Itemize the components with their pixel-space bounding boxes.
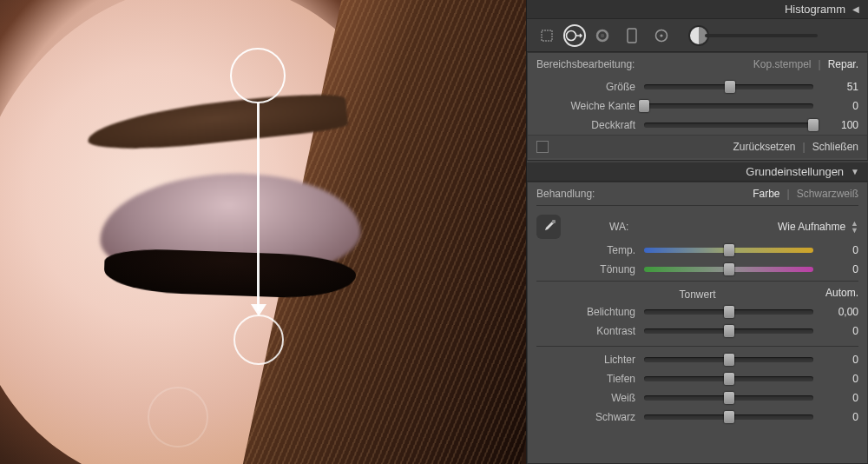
- radial-filter-tool[interactable]: [648, 23, 674, 49]
- auto-tone-button[interactable]: Autom.: [825, 287, 858, 299]
- whites-label: Weiß: [528, 392, 637, 404]
- graduated-filter-tool[interactable]: [619, 23, 645, 49]
- temp-slider[interactable]: [644, 248, 813, 253]
- wb-dropdown[interactable]: Wie Aufnahme ▲▼: [778, 220, 858, 234]
- svg-point-1: [567, 30, 576, 40]
- opacity-value[interactable]: 100: [820, 119, 858, 131]
- size-label: Größe: [528, 81, 637, 93]
- contrast-thumb[interactable]: [724, 325, 734, 337]
- red-eye-tool[interactable]: [589, 23, 615, 49]
- mode-clone-tab[interactable]: Kop.stempel: [753, 58, 812, 70]
- heal-source-circle[interactable]: [230, 48, 286, 103]
- spot-panel-actions: Zurücksetzen | Schließen: [528, 135, 867, 158]
- tint-label: Tönung: [528, 263, 637, 275]
- size-slider[interactable]: [644, 84, 813, 89]
- collapse-down-icon: ▼: [851, 167, 859, 176]
- tint-slider-row: Tönung 0: [528, 260, 867, 279]
- opacity-slider[interactable]: [644, 123, 813, 128]
- spot-panel-toggle[interactable]: [536, 141, 549, 153]
- contrast-label: Kontrast: [528, 325, 637, 337]
- exposure-thumb[interactable]: [724, 306, 734, 318]
- wb-dropdown-value: Wie Aufnahme: [778, 221, 845, 233]
- treatment-color-tab[interactable]: Farbe: [753, 188, 779, 200]
- mode-heal-tab[interactable]: Repar.: [828, 58, 858, 70]
- crop-tool[interactable]: [534, 23, 560, 49]
- whites-thumb[interactable]: [724, 392, 734, 404]
- blacks-slider[interactable]: [644, 414, 813, 420]
- highlights-thumb[interactable]: [724, 354, 734, 366]
- histogram-label: Histogramm: [785, 3, 845, 16]
- contrast-slider-row: Kontrast 0: [528, 321, 867, 341]
- size-thumb[interactable]: [725, 81, 735, 93]
- opacity-label: Deckkraft: [528, 119, 637, 131]
- feather-label: Weiche Kante: [528, 100, 637, 112]
- exposure-knob-track: [705, 34, 818, 37]
- blacks-thumb[interactable]: [724, 411, 734, 423]
- blacks-value[interactable]: 0: [820, 411, 858, 423]
- highlights-slider[interactable]: [644, 357, 813, 362]
- updown-icon: ▲▼: [851, 220, 858, 234]
- highlights-label: Lichter: [528, 354, 637, 366]
- exposure-quick-slider[interactable]: [690, 27, 818, 44]
- blacks-slider-row: Schwarz 0: [528, 408, 867, 427]
- blacks-label: Schwarz: [528, 411, 637, 423]
- contrast-slider[interactable]: [644, 328, 813, 334]
- mode-separator: |: [819, 58, 821, 70]
- shadows-thumb[interactable]: [724, 373, 734, 385]
- heal-target-circle[interactable]: [233, 315, 284, 365]
- temp-slider-row: Temp. 0: [528, 241, 867, 260]
- highlights-slider-row: Lichter 0: [528, 350, 867, 369]
- image-canvas[interactable]: [0, 0, 526, 464]
- basic-panel-title: Grundeinstellungen: [746, 165, 844, 178]
- exposure-value[interactable]: 0,00: [820, 306, 858, 318]
- feather-slider[interactable]: [644, 103, 813, 109]
- divider: [536, 346, 858, 347]
- wb-eyedropper-button[interactable]: [536, 215, 561, 239]
- shadows-value[interactable]: 0: [820, 373, 858, 385]
- basic-panel-header[interactable]: Grundeinstellungen ▼: [527, 162, 868, 182]
- develop-sidebar: Histogramm ◀ Bereichsbearbeitung: Kop.st…: [526, 0, 868, 464]
- treatment-bw-tab[interactable]: Schwarzweiß: [797, 188, 858, 200]
- shadows-slider-row: Tiefen 0: [528, 369, 867, 388]
- whites-slider[interactable]: [644, 395, 813, 401]
- feather-thumb[interactable]: [639, 100, 649, 112]
- basic-panel: Behandlung: Farbe | Schwarzweiß WA: Wie …: [527, 182, 868, 464]
- whites-slider-row: Weiß 0: [528, 388, 867, 408]
- svg-rect-7: [552, 220, 556, 223]
- feather-value[interactable]: 0: [820, 100, 858, 112]
- spot-panel-title: Bereichsbearbeitung:: [536, 58, 635, 70]
- close-button[interactable]: Schließen: [812, 141, 858, 153]
- size-value[interactable]: 51: [820, 81, 858, 93]
- contrast-value[interactable]: 0: [820, 325, 858, 337]
- svg-rect-0: [542, 30, 552, 41]
- opacity-slider-row: Deckkraft 100: [528, 116, 867, 135]
- svg-point-6: [660, 34, 662, 36]
- tone-section-label: Tonwert Autom.: [528, 285, 867, 302]
- reset-button[interactable]: Zurücksetzen: [733, 141, 795, 153]
- highlights-value[interactable]: 0: [820, 354, 858, 366]
- spot-removal-tool[interactable]: [563, 24, 586, 47]
- svg-rect-4: [628, 29, 636, 43]
- exposure-label: Belichtung: [528, 306, 637, 318]
- shadows-slider[interactable]: [644, 376, 813, 381]
- exposure-slider-row: Belichtung 0,00: [528, 302, 867, 321]
- temp-thumb[interactable]: [724, 244, 734, 256]
- feather-slider-row: Weiche Kante 0: [528, 96, 867, 116]
- divider: [536, 205, 858, 206]
- divider: [536, 281, 858, 282]
- heal-connector-line: [257, 103, 260, 311]
- opacity-thumb[interactable]: [808, 119, 819, 131]
- collapse-left-icon: ◀: [852, 4, 859, 14]
- temp-value[interactable]: 0: [820, 244, 858, 256]
- tint-value[interactable]: 0: [820, 263, 858, 275]
- wb-label: WA:: [609, 221, 628, 233]
- tool-strip: [527, 19, 868, 52]
- whites-value[interactable]: 0: [820, 392, 858, 404]
- tone-section-text: Tonwert: [679, 288, 715, 301]
- tint-slider[interactable]: [644, 267, 813, 272]
- svg-point-3: [601, 33, 604, 36]
- exposure-slider[interactable]: [644, 309, 813, 315]
- temp-label: Temp.: [528, 244, 637, 256]
- tint-thumb[interactable]: [724, 263, 734, 275]
- histogram-panel-header[interactable]: Histogramm ◀: [527, 0, 868, 19]
